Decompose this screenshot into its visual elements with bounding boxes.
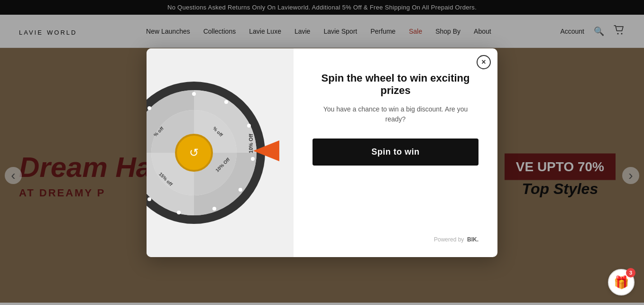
svg-point-7 bbox=[192, 92, 196, 96]
wheel-pointer bbox=[253, 140, 279, 161]
modal-description: You have a chance to win a big discount.… bbox=[313, 104, 478, 124]
close-button[interactable]: × bbox=[477, 55, 491, 69]
modal-content: × Spin the wheel to win exciting prizes … bbox=[294, 48, 497, 257]
powered-by: Powered by BIK. bbox=[434, 227, 478, 243]
svg-point-13 bbox=[177, 211, 181, 214]
svg-point-9 bbox=[247, 124, 251, 128]
svg-point-11 bbox=[239, 188, 242, 192]
svg-point-17 bbox=[147, 106, 151, 110]
powered-by-brand: BIK. bbox=[467, 236, 478, 243]
powered-by-prefix: Powered by bbox=[434, 236, 464, 243]
svg-point-12 bbox=[212, 207, 216, 211]
wheel-center: ↺ bbox=[175, 134, 213, 172]
spin-modal: % off 10% Off 15% off % off bbox=[147, 48, 497, 257]
svg-point-8 bbox=[224, 100, 228, 104]
close-icon: × bbox=[481, 58, 486, 66]
spin-button[interactable]: Spin to win bbox=[313, 139, 478, 166]
gift-badge[interactable]: 🎁 3 bbox=[608, 269, 635, 296]
wheel-section: % off 10% Off 15% off % off bbox=[147, 48, 294, 257]
gift-count: 3 bbox=[626, 268, 635, 277]
gift-icon: 🎁 bbox=[614, 275, 629, 290]
wheel-outer: % off 10% Off 15% off % off bbox=[147, 82, 265, 224]
wheel-container: % off 10% Off 15% off % off bbox=[147, 77, 265, 229]
modal-title: Spin the wheel to win exciting prizes bbox=[313, 72, 478, 97]
svg-point-14 bbox=[147, 197, 151, 201]
